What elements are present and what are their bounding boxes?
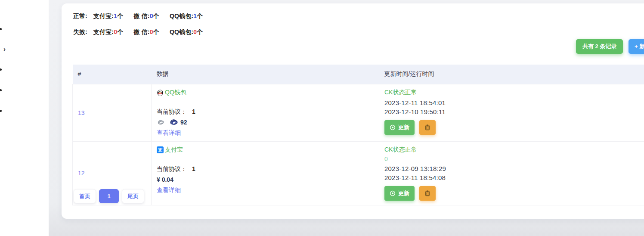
trash-icon [424, 190, 430, 196]
record-count-button[interactable]: 共有 2 条记录 [576, 39, 623, 54]
wallet-stats: 正常: 支付宝:1个 微 信:0个 QQ钱包:1个 失效: 支付宝:0个 微 信… [73, 12, 214, 44]
header-id: # [73, 65, 152, 84]
stats-normal-line: 正常: 支付宝:1个 微 信:0个 QQ钱包:1个 [73, 12, 214, 20]
sidebar-bullet [0, 28, 2, 30]
view-detail-link[interactable]: 查看详细 [157, 129, 181, 137]
ck-status: CK状态正常 [384, 146, 644, 154]
run-time: 2023-12-10 19:50:11 [384, 107, 644, 116]
refresh-target-icon [390, 190, 396, 196]
sidebar-bullet [0, 68, 2, 71]
stats-invalid-wechat: 微 信:0个 [133, 28, 159, 36]
amount-value: ¥ 0.04 [157, 176, 173, 183]
sidebar-expand-chevron-icon[interactable]: › [3, 45, 6, 53]
row-time-cell: CK状态正常 2023-12-11 18:54:01 2023-12-10 19… [379, 84, 644, 141]
wallet-table: # 数据 更新时间/运行时间 13 [72, 65, 644, 205]
update-button[interactable]: 更新 [384, 120, 415, 135]
stats-normal-wechat: 微 信:0个 [133, 12, 159, 20]
row-actions: 更新 [384, 120, 644, 135]
wallet-type-line: 支 支付宝 [157, 146, 374, 154]
stats-invalid-qq: QQ钱包:0个 [170, 28, 203, 36]
pagination-last-button[interactable]: 尾页 [122, 189, 144, 203]
update-time: 2023-12-09 13:18:29 [384, 164, 644, 173]
view-detail-link[interactable]: 查看详细 [157, 186, 181, 194]
update-button[interactable]: 更新 [384, 186, 415, 201]
wallet-name: 支付宝 [165, 146, 183, 154]
header-time: 更新时间/运行时间 [379, 65, 644, 84]
stats-normal-alipay: 支付宝:1个 [93, 12, 124, 20]
delete-button[interactable] [419, 186, 436, 201]
pagination-first-button[interactable]: 首页 [74, 189, 96, 203]
row-id: 13 [73, 84, 152, 141]
wallet-name: QQ钱包 [165, 89, 186, 96]
update-time: 2023-12-11 18:54:01 [384, 98, 644, 107]
row-actions: 更新 [384, 186, 644, 201]
refresh-target-icon [390, 124, 396, 130]
amount-line: ¥ 0.04 [157, 176, 374, 184]
table-row: 12 支 支付宝 当前协议：1 ¥ 0.04 查看详细 CK状态正常 [73, 141, 644, 205]
delete-button[interactable] [419, 120, 436, 135]
stats-invalid-alipay: 支付宝:0个 [93, 28, 124, 36]
stats-normal-label: 正常: [73, 12, 87, 20]
row-data-cell: 支 支付宝 当前协议：1 ¥ 0.04 查看详细 [152, 141, 379, 205]
run-time: 2023-12-11 18:54:08 [384, 173, 644, 182]
redaction-scribble-icon [169, 118, 180, 127]
add-record-button[interactable]: + 新 [629, 39, 644, 54]
table-row: 13 QQ钱包 [73, 84, 644, 141]
row-data-cell: QQ钱包 当前协议：1 [152, 84, 379, 141]
row-time-cell: CK状态正常 0 2023-12-09 13:18:29 2023-12-11 … [379, 141, 644, 205]
sidebar-bullet [0, 110, 2, 112]
header-data: 数据 [152, 65, 379, 84]
stats-invalid-line: 失效: 支付宝:0个 微 信:0个 QQ钱包:0个 [73, 28, 214, 36]
sidebar-bullet [0, 89, 2, 91]
ck-status-sub: 0 [384, 155, 644, 163]
pagination: 首页 1 尾页 [74, 189, 147, 203]
content-card: 正常: 支付宝:1个 微 信:0个 QQ钱包:1个 失效: 支付宝:0个 微 信… [62, 3, 644, 219]
wallet-type-line: QQ钱包 [157, 89, 374, 96]
alipay-icon: 支 [157, 146, 164, 153]
amount-visible-digits: 92 [180, 119, 187, 126]
amount-line-redacted: 92 [157, 118, 374, 127]
sidebar: › [0, 0, 49, 236]
qq-penguin-icon [157, 89, 164, 96]
trash-icon [424, 124, 430, 130]
stats-invalid-label: 失效: [73, 28, 87, 36]
stats-normal-qq: QQ钱包:1个 [170, 12, 203, 20]
ck-status: CK状态正常 [384, 89, 644, 96]
table-header-row: # 数据 更新时间/运行时间 [73, 65, 644, 84]
pagination-page-1-button[interactable]: 1 [99, 189, 119, 203]
redaction-scribble-icon [157, 118, 166, 126]
protocol-line: 当前协议：1 [157, 108, 374, 116]
protocol-line: 当前协议：1 [157, 165, 374, 173]
